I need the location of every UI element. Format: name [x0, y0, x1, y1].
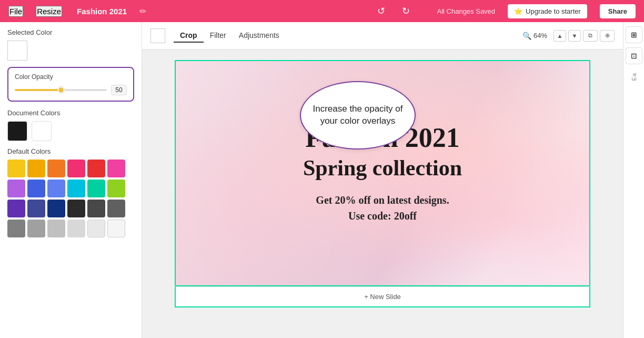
- tab-filter[interactable]: Filter: [204, 29, 233, 43]
- slide-add-button[interactable]: ⊕: [600, 30, 615, 42]
- selected-color-swatch[interactable]: [7, 41, 27, 61]
- slide-up-button[interactable]: ▲: [554, 30, 566, 42]
- canvas-toolbar: Crop Filter Adjustments 🔍 64% ▲ ▼ ⧉ ⊕: [142, 22, 623, 49]
- color-cell[interactable]: [87, 220, 105, 237]
- canvas-area: Crop Filter Adjustments 🔍 64% ▲ ▼ ⧉ ⊕ In…: [142, 22, 623, 338]
- opacity-row: 50: [15, 85, 127, 95]
- file-menu[interactable]: File: [8, 6, 23, 17]
- slide-down-button[interactable]: ▼: [568, 30, 581, 42]
- color-cell[interactable]: [87, 200, 105, 217]
- tab-crop[interactable]: Crop: [174, 29, 204, 43]
- document-title: Fashion 2021: [77, 7, 127, 16]
- zoom-level: 64%: [534, 32, 547, 39]
- main-layout: Selected Color Color Opacity 50 Document…: [0, 22, 644, 338]
- upgrade-star-icon: ⭐: [514, 7, 522, 15]
- color-cell[interactable]: [67, 180, 85, 197]
- color-cell[interactable]: [107, 160, 125, 177]
- color-cell[interactable]: [27, 220, 45, 237]
- default-colors-label: Default Colors: [7, 147, 134, 155]
- color-cell[interactable]: [27, 160, 45, 177]
- slide-copy-button[interactable]: ⧉: [583, 30, 598, 42]
- slide-body-line2: Use code: 20off: [316, 208, 449, 224]
- tooltip-bubble: Increase the opacity of your color overl…: [300, 81, 416, 150]
- tab-adjustments[interactable]: Adjustments: [233, 29, 286, 43]
- share-button[interactable]: Share: [600, 4, 636, 18]
- color-cell[interactable]: [47, 200, 65, 217]
- color-cell[interactable]: [87, 160, 105, 177]
- color-cell[interactable]: [27, 200, 45, 217]
- opacity-slider[interactable]: [15, 89, 107, 91]
- new-slide-button[interactable]: + New Slide: [175, 286, 590, 307]
- color-preview-swatch[interactable]: [150, 28, 165, 43]
- right-panel: ⊞ ⊡ Ea: [623, 22, 644, 338]
- color-opacity-box: Color Opacity 50: [7, 67, 134, 102]
- color-cell[interactable]: [47, 160, 65, 177]
- color-cell[interactable]: [67, 220, 85, 237]
- zoom-icon: 🔍: [522, 32, 531, 40]
- color-cell[interactable]: [27, 180, 45, 197]
- doc-swatch-white[interactable]: [32, 121, 52, 141]
- document-swatches-row: [7, 121, 134, 141]
- redo-button[interactable]: ↻: [400, 3, 412, 19]
- right-panel-icon2[interactable]: ⊡: [626, 47, 642, 64]
- document-colors-section: Document Colors: [7, 109, 134, 141]
- color-cell[interactable]: [107, 200, 125, 217]
- resize-menu[interactable]: Resize: [36, 6, 62, 17]
- color-opacity-label: Color Opacity: [15, 73, 127, 81]
- color-cell[interactable]: [7, 220, 25, 237]
- default-colors-section: Default Colors: [7, 147, 134, 237]
- canvas-content: Increase the opacity of your color overl…: [142, 49, 623, 338]
- saved-status: All Changes Saved: [437, 7, 496, 15]
- color-cell[interactable]: [47, 180, 65, 197]
- default-colors-grid: [7, 160, 134, 237]
- selected-color-label: Selected Color: [7, 28, 134, 36]
- tooltip-text: Increase the opacity of your color overl…: [311, 103, 404, 127]
- right-panel-label: Ea: [631, 73, 637, 81]
- color-cell[interactable]: [47, 220, 65, 237]
- grid-icon: ⊞: [631, 31, 637, 39]
- color-cell[interactable]: [107, 220, 125, 237]
- layout-icon: ⊡: [631, 52, 637, 60]
- upgrade-button[interactable]: ⭐ Upgrade to starter: [508, 4, 587, 18]
- slide-nav: ▲ ▼ ⧉ ⊕: [554, 30, 615, 42]
- color-cell[interactable]: [7, 180, 25, 197]
- left-panel: Selected Color Color Opacity 50 Document…: [0, 22, 142, 338]
- upgrade-label: Upgrade to starter: [526, 7, 581, 15]
- doc-swatch-black[interactable]: [7, 121, 27, 141]
- color-cell[interactable]: [87, 180, 105, 197]
- color-cell[interactable]: [107, 180, 125, 197]
- slide-body: Get 20% off on latest designs. Use code:…: [316, 192, 449, 224]
- color-cell[interactable]: [67, 160, 85, 177]
- slide-subtitle: Spring collection: [303, 155, 462, 181]
- topbar: File Resize Fashion 2021 ✏ ↺ ↻ All Chang…: [0, 0, 644, 22]
- opacity-value: 50: [111, 85, 127, 95]
- edit-title-icon[interactable]: ✏: [139, 6, 146, 16]
- zoom-control[interactable]: 🔍 64%: [522, 32, 547, 40]
- document-colors-label: Document Colors: [7, 109, 134, 117]
- slide-body-line1: Get 20% off on latest designs.: [316, 192, 449, 208]
- color-cell[interactable]: [7, 160, 25, 177]
- color-cell[interactable]: [7, 200, 25, 217]
- color-cell[interactable]: [67, 200, 85, 217]
- undo-button[interactable]: ↺: [375, 3, 387, 19]
- right-panel-icon1[interactable]: ⊞: [626, 26, 642, 43]
